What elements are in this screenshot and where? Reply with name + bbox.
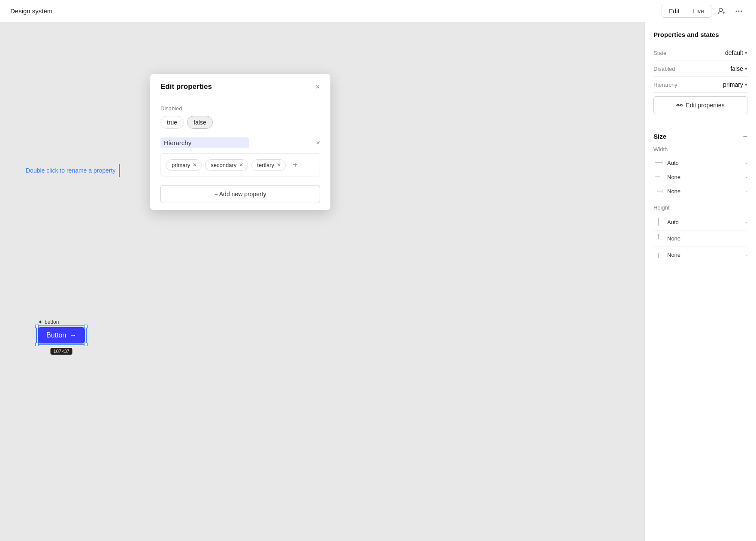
disabled-property-section: Disabled true false	[160, 105, 320, 129]
right-panel: Properties and states State default ▾ Di…	[644, 22, 756, 541]
hierarchy-title-input[interactable]	[160, 137, 249, 148]
chip-false[interactable]: false	[187, 116, 213, 129]
disabled-chip-row: true false	[160, 116, 320, 129]
disabled-chevron-icon: ▾	[745, 66, 747, 72]
tag-tertiary-remove[interactable]: ✕	[277, 162, 281, 168]
svg-point-3	[736, 10, 737, 12]
add-user-button[interactable]	[715, 4, 729, 18]
handle-bottom-left[interactable]	[35, 343, 39, 346]
height-row-min: None -	[653, 231, 747, 247]
move-icon: ✦	[38, 319, 43, 325]
canvas-button-arrow: →	[70, 331, 76, 339]
main-layout: Double click to rename a property Edit p…	[0, 22, 756, 541]
disabled-label: Disabled	[160, 105, 320, 112]
state-label: State	[653, 50, 666, 56]
canvas-button-area: ✦ button Button → 107×37	[38, 319, 85, 343]
height-max-dash: -	[746, 252, 747, 258]
svg-point-4	[738, 10, 740, 12]
edit-properties-modal: Edit properties × Disabled true false ×	[150, 74, 330, 210]
height-auto-value: Auto	[667, 219, 742, 225]
app-title: Design system	[10, 7, 52, 15]
width-max-value: None	[667, 188, 742, 195]
state-value: default	[725, 49, 743, 56]
width-label: Width	[653, 146, 747, 152]
rename-hint: Double click to rename a property	[26, 164, 120, 177]
state-chevron-icon: ▾	[745, 50, 747, 56]
modal-close-button[interactable]: ×	[315, 83, 320, 91]
canvas-button-name: button	[45, 319, 59, 325]
hierarchy-row: Hierarchy primary ▾	[653, 77, 747, 93]
canvas-button-text: Button	[46, 331, 66, 339]
canvas-area[interactable]: Double click to rename a property Edit p…	[0, 22, 644, 541]
state-row: State default ▾	[653, 45, 747, 61]
hierarchy-select[interactable]: primary ▾	[723, 81, 747, 88]
disabled-select[interactable]: false ▾	[730, 65, 747, 72]
height-row-auto: Auto -	[653, 214, 747, 231]
tag-secondary-remove[interactable]: ✕	[239, 162, 243, 168]
size-header: Size −	[653, 125, 747, 146]
hierarchy-property-section: × primary ✕ secondary ✕ tertiary	[160, 137, 320, 176]
svg-point-5	[741, 10, 742, 12]
tag-secondary: secondary ✕	[205, 159, 248, 171]
disabled-value: false	[730, 65, 743, 72]
edit-live-toggle: Edit Live	[662, 5, 711, 18]
edit-properties-button[interactable]: Edit properties	[653, 96, 747, 114]
more-options-button[interactable]	[732, 4, 746, 18]
height-max-icon	[653, 250, 664, 259]
hierarchy-header: ×	[160, 137, 320, 148]
hierarchy-close-button[interactable]: ×	[316, 139, 320, 147]
size-title: Size	[653, 133, 666, 140]
handle-bottom-right[interactable]	[84, 343, 88, 346]
live-toggle-btn[interactable]: Live	[686, 5, 711, 17]
edit-props-icon	[676, 102, 683, 109]
state-select[interactable]: default ▾	[725, 49, 747, 56]
edit-properties-btn-label: Edit properties	[686, 102, 724, 109]
svg-point-6	[677, 104, 679, 106]
height-auto-dash: -	[746, 219, 747, 225]
tag-container: primary ✕ secondary ✕ tertiary ✕ +	[160, 153, 320, 176]
topbar-right: Edit Live	[662, 4, 746, 18]
width-min-dash: -	[746, 174, 747, 180]
modal-title: Edit properties	[160, 82, 212, 91]
tag-add-button[interactable]: +	[289, 159, 301, 171]
hierarchy-value: primary	[723, 81, 743, 88]
size-badge: 107×37	[51, 348, 73, 355]
size-section: Size − Width Auto - None -	[645, 125, 756, 263]
width-max-dash: -	[746, 188, 747, 195]
tag-tertiary-label: tertiary	[257, 162, 274, 168]
width-auto-value: Auto	[667, 160, 742, 166]
tag-primary-remove[interactable]: ✕	[193, 162, 197, 168]
size-collapse-button[interactable]: −	[743, 132, 747, 141]
height-min-dash: -	[746, 235, 747, 242]
height-min-value: None	[667, 235, 742, 242]
svg-point-7	[680, 104, 682, 106]
height-max-value: None	[667, 252, 742, 258]
hierarchy-chevron-icon: ▾	[745, 82, 747, 88]
width-min-icon	[653, 173, 664, 180]
rename-hint-text: Double click to rename a property	[26, 167, 115, 174]
width-auto-icon	[653, 159, 664, 166]
tag-primary: primary ✕	[166, 159, 202, 171]
width-row-auto: Auto -	[653, 156, 747, 170]
disabled-prop-label: Disabled	[653, 66, 675, 72]
height-row-max: None -	[653, 247, 747, 263]
properties-states-title: Properties and states	[653, 31, 747, 38]
edit-toggle-btn[interactable]: Edit	[662, 5, 686, 17]
modal-header: Edit properties ×	[150, 74, 330, 98]
tag-secondary-label: secondary	[211, 162, 236, 168]
disabled-row: Disabled false ▾	[653, 61, 747, 77]
height-label: Height	[653, 204, 747, 211]
tag-tertiary: tertiary ✕	[251, 159, 286, 171]
properties-states-section: Properties and states State default ▾ Di…	[645, 31, 756, 123]
height-auto-icon	[653, 218, 664, 227]
tag-primary-label: primary	[172, 162, 190, 168]
canvas-button[interactable]: Button →	[38, 327, 85, 343]
add-new-property-button[interactable]: + Add new property	[160, 185, 320, 203]
canvas-button-label: ✦ button	[38, 319, 85, 325]
canvas-button-wrapper[interactable]: Button → 107×37	[38, 327, 85, 343]
height-min-icon	[653, 234, 664, 243]
chip-true[interactable]: true	[160, 116, 184, 129]
topbar: Design system Edit Live	[0, 0, 756, 22]
width-row-max: None -	[653, 184, 747, 198]
svg-point-0	[719, 8, 723, 12]
